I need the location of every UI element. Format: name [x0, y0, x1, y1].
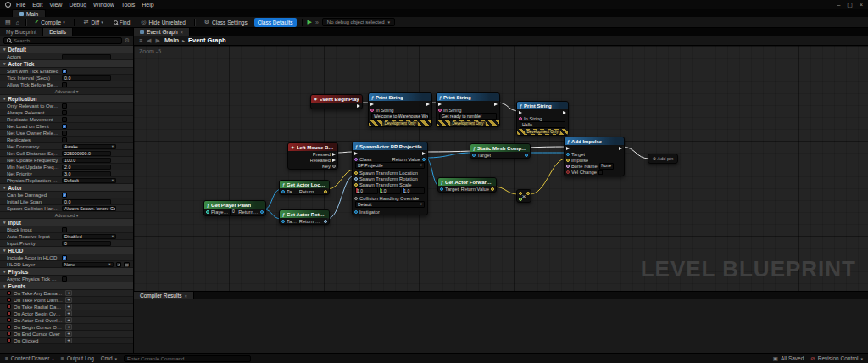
dropdown[interactable]: None▾ — [62, 262, 114, 267]
int-pin[interactable] — [206, 210, 209, 214]
section-physics[interactable]: ▾Physics — [0, 268, 133, 276]
section-input[interactable]: ▾Input — [0, 219, 133, 226]
axis-y-field[interactable]: 1.0 — [379, 187, 402, 194]
add-event-button[interactable]: + — [65, 317, 72, 323]
node-static-mesh-component[interactable]: ƒStatic Mesh ComponentTarget — [470, 143, 531, 159]
checkbox[interactable] — [62, 103, 67, 109]
checkbox[interactable]: ✓ — [62, 193, 67, 198]
settings-gear-icon[interactable]: ⚙ — [125, 37, 130, 44]
pin-value-field[interactable]: Hello — [520, 121, 565, 128]
menu-tools[interactable]: Tools — [121, 2, 135, 8]
checkbox[interactable] — [62, 82, 67, 87]
back-icon[interactable]: ◀ — [147, 37, 151, 44]
breadcrumb-root[interactable]: Main — [164, 36, 179, 44]
value-field[interactable]: 0.0 — [62, 75, 111, 81]
exec-pin[interactable] — [519, 111, 522, 114]
menu-file[interactable]: File — [16, 2, 25, 8]
value-field[interactable]: 2.0 — [62, 165, 111, 170]
add-event-button[interactable]: + — [65, 324, 72, 330]
dropdown[interactable]: Awake▾ — [62, 144, 116, 149]
exec-pin[interactable] — [494, 103, 498, 106]
find-button[interactable]: Find — [110, 18, 134, 27]
exec-pin[interactable] — [438, 103, 442, 106]
value-field[interactable]: 0 — [62, 241, 111, 246]
maximize-icon[interactable]: ▢ — [847, 2, 853, 8]
checkbox[interactable] — [62, 227, 67, 232]
name-pin[interactable] — [566, 165, 570, 168]
node-inline-control[interactable]: Default▾ — [355, 201, 425, 208]
class-settings-button[interactable]: ⚙ Class Settings — [200, 18, 251, 27]
content-drawer-button[interactable]: ≡ Content Drawer ▴ — [5, 355, 54, 361]
pin-value-field[interactable]: Get ready to rumble! — [439, 113, 497, 120]
tab-details[interactable]: Details — [43, 28, 73, 36]
class-pin[interactable] — [354, 158, 358, 161]
tab-event-graph[interactable]: Event Graph × — [134, 28, 190, 36]
pin-dropdown[interactable]: BP Projectile▾ — [355, 162, 425, 169]
search-input[interactable]: Search — [3, 37, 122, 44]
menu-window[interactable]: Window — [93, 2, 114, 8]
class-defaults-button[interactable]: Class Defaults — [254, 18, 297, 27]
menu-view[interactable]: View — [49, 2, 62, 8]
add-event-button[interactable]: + — [65, 338, 72, 343]
vector-fields[interactable]: 1.01.01.0 — [355, 187, 425, 194]
asset-tab-main[interactable]: Main — [12, 9, 46, 17]
wild-pin[interactable] — [354, 197, 358, 200]
node-input-left-mouse-button[interactable]: ✦Left Mouse ButtonPressedReleasedKey — [287, 142, 338, 170]
content-browser-icon[interactable]: ⌂ — [15, 20, 20, 25]
pin-value-field[interactable]: 0 — [230, 209, 236, 215]
obj-pin[interactable] — [422, 158, 426, 161]
rot-pin[interactable] — [354, 177, 358, 181]
add-event-button[interactable]: + — [65, 297, 72, 303]
obj-pin[interactable] — [354, 210, 358, 214]
vec-pin[interactable] — [354, 171, 358, 175]
checkbox[interactable] — [62, 131, 67, 136]
menu-edit[interactable]: Edit — [32, 2, 42, 8]
obj-pin[interactable] — [525, 154, 528, 157]
vec-pin[interactable] — [324, 190, 327, 193]
console-input[interactable] — [124, 355, 251, 362]
minimize-icon[interactable]: – — [837, 2, 840, 8]
obj-pin[interactable] — [472, 154, 476, 157]
close-tab-icon[interactable]: × — [185, 293, 188, 299]
exec-pin[interactable] — [370, 103, 374, 106]
exec-pin[interactable] — [422, 152, 426, 155]
close-icon[interactable]: × — [860, 2, 863, 8]
node-get-actor-forward-vector[interactable]: ƒGet Actor Forward VectorTargetReturn Va… — [437, 177, 497, 193]
node-add-pin[interactable]: ⊕ Add pin — [648, 154, 678, 164]
dropdown[interactable]: Always Spawn, Ignore Collisions▾ — [62, 206, 116, 211]
obj-pin[interactable] — [281, 190, 285, 193]
browse-asset-icon[interactable]: ▤ — [124, 262, 130, 267]
node-spawn-actor-bp-projectile[interactable]: ƒSpawnActor BP ProjectileClassReturn Val… — [352, 142, 428, 215]
node-event-beginplay[interactable]: ✦Event BeginPlay — [310, 94, 363, 109]
menu-help[interactable]: Help — [142, 2, 153, 8]
debug-object-dropdown[interactable]: No debug object selected ▾ — [322, 18, 395, 26]
node-print-string-3[interactable]: ƒPrint StringIn StringHelloDevelopment O… — [516, 101, 569, 136]
checkbox[interactable] — [62, 276, 67, 282]
compile-button[interactable]: ✓ Compile ▾ — [31, 18, 69, 27]
obj-pin[interactable] — [440, 187, 443, 191]
section-actor[interactable]: ▾Actor — [0, 184, 133, 192]
value-field[interactable]: 0.0 — [62, 199, 111, 204]
node-multiply[interactable]: × — [516, 189, 531, 203]
str-pin[interactable] — [370, 109, 374, 112]
float-pin[interactable] — [519, 198, 522, 201]
tab-my-blueprint[interactable]: My Blueprint — [0, 28, 43, 36]
dropdown[interactable]: Disabled▾ — [62, 234, 116, 239]
value-field[interactable]: 100.0 — [62, 158, 111, 163]
pin-checkbox[interactable] — [598, 170, 603, 175]
node-inline-control[interactable]: Get ready to rumble! — [439, 113, 497, 120]
play-icon[interactable]: ▶ — [308, 19, 312, 25]
node-inline-control[interactable]: Hello — [520, 121, 565, 128]
value-field[interactable]: 3.0 — [62, 171, 111, 176]
node-print-string-1[interactable]: ƒPrint StringIn StringWelcome to Warehou… — [368, 92, 432, 127]
dropdown[interactable]: Default▾ — [62, 178, 116, 183]
add-event-button[interactable]: + — [65, 331, 72, 337]
key-pin[interactable] — [332, 165, 336, 168]
pin-dropdown[interactable]: Default▾ — [355, 201, 425, 208]
section-default[interactable]: ▾Default — [0, 46, 133, 53]
advanced-expander[interactable]: Advanced ▾ — [0, 88, 133, 95]
advanced-expander[interactable]: Advanced ▾ — [0, 212, 133, 219]
menu-debug[interactable]: Debug — [69, 2, 86, 8]
checkbox[interactable]: ✓ — [62, 69, 67, 74]
node-inline-control[interactable]: Welcome to Warehouse Wreckage! — [371, 113, 429, 120]
